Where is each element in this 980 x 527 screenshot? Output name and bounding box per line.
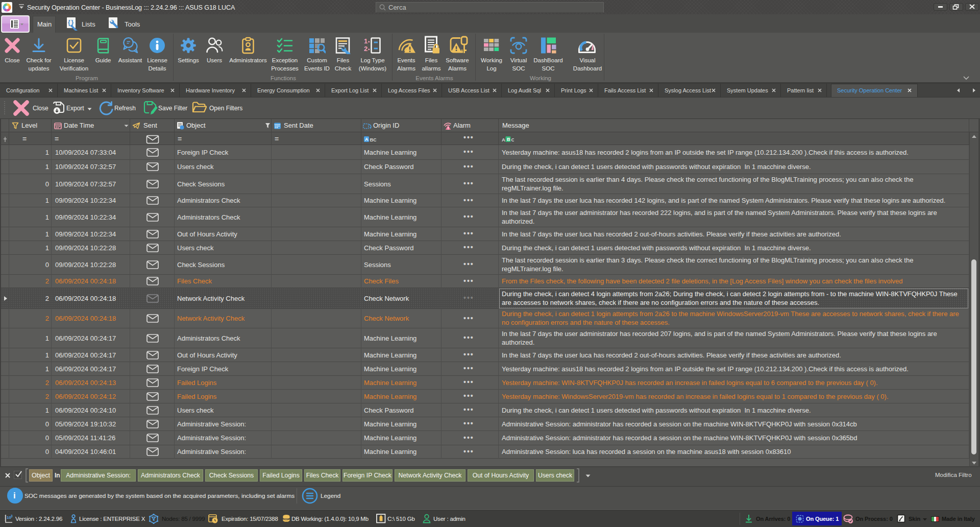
svg-text:3: 3 bbox=[11, 514, 13, 518]
svg-text:{: { bbox=[68, 19, 70, 26]
svg-text:A: A bbox=[365, 137, 369, 142]
svg-text:BC: BC bbox=[370, 137, 377, 142]
svg-text:2: 2 bbox=[364, 45, 368, 53]
svg-text:C: C bbox=[511, 137, 514, 142]
svg-text:B: B bbox=[507, 137, 510, 142]
svg-text:A: A bbox=[502, 137, 505, 142]
svg-text:1: 1 bbox=[364, 37, 368, 45]
